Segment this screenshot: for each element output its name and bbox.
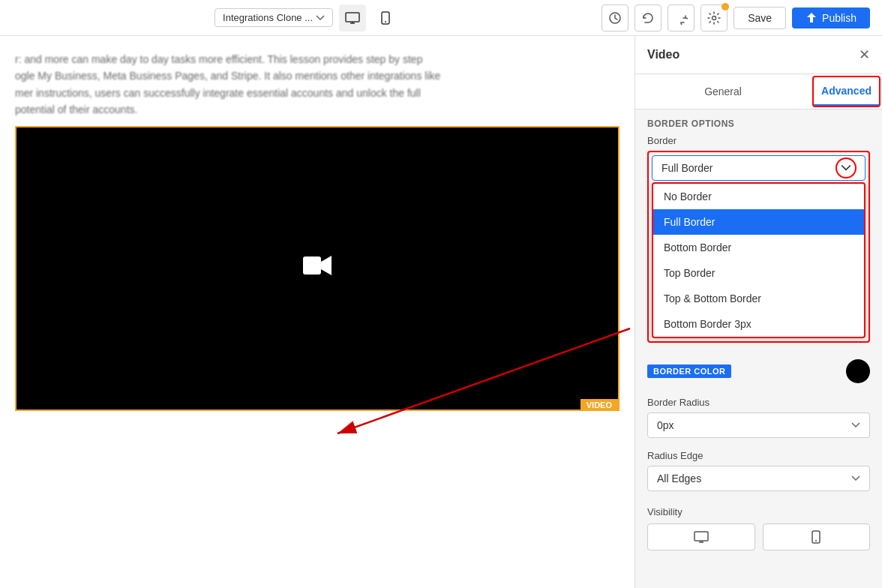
border-option-bottom-border-3px[interactable]: Bottom Border 3px bbox=[653, 311, 864, 337]
redo-btn[interactable] bbox=[668, 4, 694, 32]
mobile-view-btn[interactable] bbox=[372, 4, 399, 32]
border-radius-select[interactable]: 0px 4px 8px 12px bbox=[647, 412, 870, 438]
chevron-down-icon bbox=[841, 163, 851, 173]
border-dropdown-container: No Border Full Border Bottom Border Top … bbox=[647, 151, 870, 343]
canvas-content: r: and more can make day to day tasks mo… bbox=[0, 36, 634, 588]
visibility-mobile-btn[interactable] bbox=[763, 524, 871, 550]
right-panel: Video ✕ General Advanced Border Options … bbox=[634, 36, 882, 588]
video-block[interactable]: VIDEO bbox=[15, 126, 620, 411]
border-color-label: BORDER COLOR bbox=[647, 364, 731, 378]
top-bar: Integrations Clone ... bbox=[0, 0, 882, 36]
desktop-icon bbox=[694, 531, 709, 543]
panel-header: Video ✕ bbox=[635, 36, 882, 74]
project-selector[interactable]: Integrations Clone ... bbox=[214, 8, 333, 27]
border-options-section: Border Options Border No Border Full Bor… bbox=[635, 110, 882, 352]
radius-edge-select[interactable]: All Edges Top Edges Bottom Edges bbox=[647, 466, 870, 491]
settings-btn[interactable] bbox=[700, 4, 728, 32]
border-option-top-border[interactable]: Top Border bbox=[653, 260, 864, 286]
visibility-buttons bbox=[647, 524, 870, 550]
video-camera-icon bbox=[302, 254, 332, 283]
main-layout: r: and more can make day to day tasks mo… bbox=[0, 36, 882, 588]
tab-general[interactable]: General bbox=[635, 74, 811, 109]
border-option-full-border[interactable]: Full Border bbox=[653, 209, 864, 235]
top-bar-center: Integrations Clone ... bbox=[214, 4, 399, 32]
chevron-down-icon bbox=[316, 15, 325, 21]
project-name: Integrations Clone ... bbox=[223, 12, 313, 23]
svg-rect-8 bbox=[694, 532, 708, 541]
notification-dot bbox=[722, 3, 729, 10]
canvas-text: r: and more can make day to day tasks mo… bbox=[0, 36, 634, 118]
desktop-view-btn[interactable] bbox=[339, 4, 366, 32]
border-radius-field: Border Radius 0px 4px 8px 12px bbox=[635, 391, 882, 444]
close-panel-button[interactable]: ✕ bbox=[859, 46, 870, 63]
publish-button[interactable]: Publish bbox=[792, 8, 870, 28]
border-option-no-border[interactable]: No Border bbox=[653, 184, 864, 209]
history-btn[interactable] bbox=[602, 4, 628, 32]
border-radius-label: Border Radius bbox=[647, 397, 870, 408]
panel-tabs: General Advanced bbox=[635, 74, 882, 110]
border-options-label: Border Options bbox=[647, 118, 870, 129]
dropdown-arrow-button[interactable] bbox=[836, 158, 856, 178]
border-color-swatch[interactable] bbox=[846, 359, 870, 383]
border-dropdown-list: No Border Full Border Bottom Border Top … bbox=[652, 182, 866, 338]
border-field-label: Border bbox=[647, 135, 870, 146]
video-label: VIDEO bbox=[580, 399, 618, 411]
svg-rect-0 bbox=[346, 13, 359, 22]
top-bar-right: Save Publish bbox=[602, 4, 870, 32]
save-button[interactable]: Save bbox=[734, 7, 786, 29]
tab-advanced[interactable]: Advanced bbox=[814, 77, 879, 106]
visibility-section: Visibility bbox=[635, 497, 882, 560]
panel-title: Video bbox=[647, 48, 680, 62]
border-option-top-bottom-border[interactable]: Top & Bottom Border bbox=[653, 286, 864, 311]
svg-point-4 bbox=[712, 16, 716, 20]
radius-edge-field: Radius Edge All Edges Top Edges Bottom E… bbox=[635, 444, 882, 497]
svg-point-2 bbox=[385, 21, 386, 22]
border-color-row: BORDER COLOR bbox=[635, 352, 882, 391]
border-option-bottom-border[interactable]: Bottom Border bbox=[653, 235, 864, 260]
mobile-icon bbox=[812, 530, 820, 544]
border-type-select[interactable]: No Border Full Border Bottom Border Top … bbox=[652, 155, 866, 181]
svg-rect-5 bbox=[303, 256, 321, 274]
visibility-desktop-btn[interactable] bbox=[647, 524, 755, 550]
undo-btn[interactable] bbox=[634, 4, 662, 32]
svg-point-10 bbox=[815, 540, 817, 542]
publish-icon bbox=[806, 12, 818, 24]
canvas-area: r: and more can make day to day tasks mo… bbox=[0, 36, 634, 588]
visibility-label: Visibility bbox=[647, 506, 870, 518]
radius-edge-label: Radius Edge bbox=[647, 450, 870, 461]
